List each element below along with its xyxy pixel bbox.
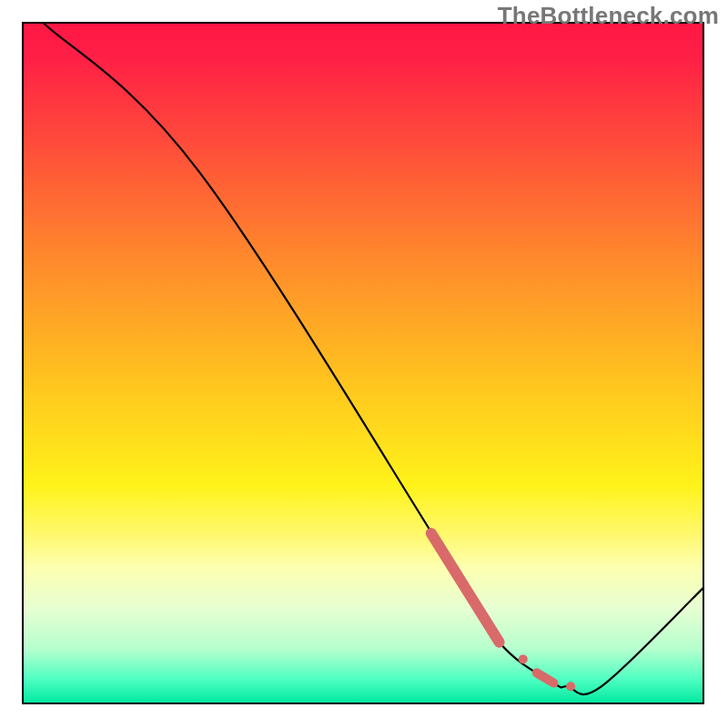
watermark-text: TheBottleneck.com (498, 2, 719, 30)
highlight-point (519, 654, 528, 663)
plot-background (23, 23, 703, 703)
highlight-point (566, 682, 575, 691)
bottleneck-chart (0, 0, 728, 728)
chart-container: TheBottleneck.com (0, 0, 728, 728)
